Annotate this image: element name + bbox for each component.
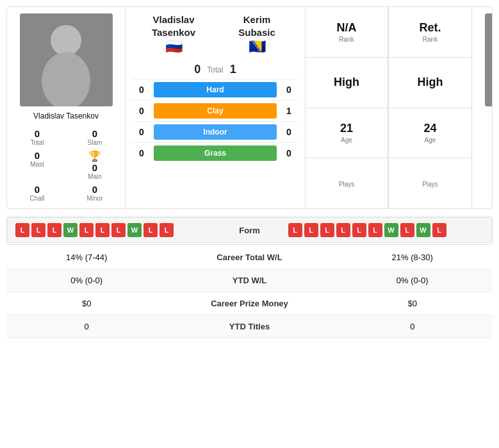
- p2-form-badge-2: L: [320, 223, 334, 237]
- p1-minor-lbl: Minor: [86, 195, 102, 202]
- p2-form-badge-7: L: [400, 223, 414, 237]
- p1-form-badge-3: W: [63, 223, 78, 237]
- p1-slam-stat: 0 Slam: [70, 128, 120, 146]
- p2-form-badge-8: W: [416, 223, 430, 237]
- p1-plays-box: Plays: [306, 158, 388, 208]
- p2-form-badge-1: L: [304, 223, 318, 237]
- p2-form-badge-5: L: [368, 223, 382, 237]
- p1-slam-val: 0: [92, 128, 97, 139]
- p1-total-lbl: Total: [30, 139, 44, 146]
- total-label: Total: [207, 65, 223, 74]
- p2-form-badge-0: L: [288, 223, 302, 237]
- player2-stats-grid3: 0 Chall 0 Minor: [477, 184, 493, 202]
- p1-form-badge-1: L: [31, 223, 45, 237]
- p1-form-badge-6: L: [111, 223, 126, 237]
- career-right-0: 21% (8-30): [332, 246, 493, 269]
- p2-flag: 🇧🇦: [249, 38, 266, 54]
- p2-high-val: High: [418, 76, 443, 89]
- total-row: 0 Total 1: [126, 60, 305, 79]
- p2-chall-stat: 0 Chall: [477, 184, 493, 202]
- p1-chall-val: 0: [35, 184, 40, 195]
- clay-badge: Clay: [154, 103, 277, 119]
- p1-name-header: VladislavTasenkov: [132, 13, 215, 38]
- p2-mast-stat: 0 Mast: [477, 150, 493, 180]
- player2-stats-grid: 0 Total 0 Slam: [477, 128, 493, 146]
- career-label-3: YTD Titles: [167, 315, 332, 338]
- p1-main-val: 0: [92, 162, 97, 173]
- p1-chall-lbl: Chall: [30, 195, 45, 202]
- career-left-2: $0: [6, 292, 167, 315]
- form-label: Form: [211, 226, 288, 235]
- p1-trophy-main: 🏆 0 Main: [70, 150, 120, 180]
- form-row-container: LLLWLLLWLL Form LLLLLLWLWL: [6, 217, 493, 245]
- p1-rank-lbl: Rank: [339, 36, 354, 43]
- p1-form-badge-7: W: [127, 223, 142, 237]
- p2-form-badge-3: L: [336, 223, 350, 237]
- hard-right-score: 0: [279, 85, 299, 95]
- p1-age-lbl: Age: [341, 137, 352, 144]
- career-stat-row-2: $0 Career Prize Money $0: [6, 292, 493, 315]
- p1-minor-val: 0: [92, 184, 97, 195]
- indoor-right-score: 0: [279, 127, 299, 137]
- p1-mast-val: 0: [35, 150, 40, 161]
- p2-plays-box: Plays: [389, 158, 471, 208]
- indoor-badge: Indoor: [154, 124, 277, 140]
- p2-form-badge-6: W: [384, 223, 398, 237]
- career-label-2: Career Prize Money: [167, 292, 332, 315]
- p1-total-val: 0: [35, 128, 40, 139]
- p1-high-val: High: [334, 76, 359, 89]
- surfaces-section: 0 Hard 0 0 Clay 1 0 Indoor 0 0 Grass: [126, 79, 305, 208]
- career-left-1: 0% (0-0): [6, 269, 167, 292]
- p2-total-stat: 0 Total: [477, 128, 493, 146]
- p1-form-badge-9: L: [160, 223, 174, 237]
- player1-stats-grid: 0 Total 0 Slam: [12, 128, 120, 146]
- p1-form-badge-2: L: [47, 223, 61, 237]
- p2-high-box: High: [389, 58, 471, 108]
- career-right-1: 0% (0-0): [332, 269, 493, 292]
- p1-form-badge-0: L: [15, 223, 29, 237]
- player1-stats-grid2: 0 Mast 🏆 0 Main: [12, 150, 120, 180]
- career-stat-row-0: 14% (7-44) Career Total W/L 21% (8-30): [6, 246, 493, 269]
- stats-table: 14% (7-44) Career Total W/L 21% (8-30) 0…: [6, 246, 493, 338]
- indoor-left-score: 0: [132, 127, 151, 137]
- career-stat-row-3: 0 YTD Titles 0: [6, 315, 493, 338]
- grass-right-score: 0: [279, 148, 299, 158]
- p1-main-lbl: Main: [88, 173, 102, 180]
- p2-name-display: KerimSubasic: [215, 13, 299, 38]
- hard-badge: Hard: [154, 82, 277, 97]
- p1-flag-container: 🇷🇺: [132, 38, 215, 55]
- player1-name: Vladislav Tasenkov: [33, 112, 99, 120]
- hard-row: 0 Hard 0: [132, 79, 299, 100]
- p1-form-badge-4: L: [79, 223, 94, 237]
- p1-flag: 🇷🇺: [165, 38, 183, 54]
- p1-rank-box: N/A Rank: [306, 7, 388, 58]
- p1-form-badge-5: L: [95, 223, 110, 237]
- p1-age-box: 21 Age: [306, 108, 388, 159]
- names-row: VladislavTasenkov KerimSubasic: [126, 7, 305, 38]
- comparison-row: Vladislav Tasenkov 0 Total 0 Slam 0 Mast: [6, 6, 493, 209]
- p1-minor-stat: 0 Minor: [70, 184, 120, 202]
- p1-plays-lbl: Plays: [339, 181, 354, 188]
- p1-mast-stat: 0 Mast: [12, 150, 62, 180]
- p1-total-stat: 0 Total: [12, 128, 62, 146]
- total-score-right: 1: [230, 63, 236, 76]
- p1-rank-val: N/A: [337, 21, 357, 35]
- clay-left-score: 0: [132, 106, 151, 116]
- player1-panel: Vladislav Tasenkov 0 Total 0 Slam 0 Mast: [7, 7, 126, 208]
- form-section: LLLWLLLWLL Form LLLLLLWLWL: [7, 217, 492, 243]
- clay-right-score: 1: [279, 106, 299, 116]
- p2-side-stats: Ret. Rank High 24 Age Plays: [388, 7, 471, 208]
- indoor-row: 0 Indoor 0: [132, 121, 299, 142]
- p1-slam-lbl: Slam: [88, 139, 102, 146]
- p1-trophy-icon: 🏆: [88, 150, 101, 162]
- player2-stats-grid2: 0 Mast 🏆 0 Main: [477, 150, 493, 180]
- p2-age-box: 24 Age: [389, 108, 471, 159]
- hard-left-score: 0: [132, 85, 151, 95]
- p1-age-val: 21: [340, 122, 353, 135]
- player2-panel: Kerim Subasic 0 Total 0 Slam 0 Mast 🏆: [471, 7, 493, 208]
- p2-rank-lbl: Rank: [423, 36, 438, 43]
- player1-avatar: [20, 13, 113, 106]
- career-stat-row-1: 0% (0-0) YTD W/L 0% (0-0): [6, 269, 493, 292]
- grass-left-score: 0: [132, 148, 151, 158]
- p2-rank-box: Ret. Rank: [389, 7, 471, 58]
